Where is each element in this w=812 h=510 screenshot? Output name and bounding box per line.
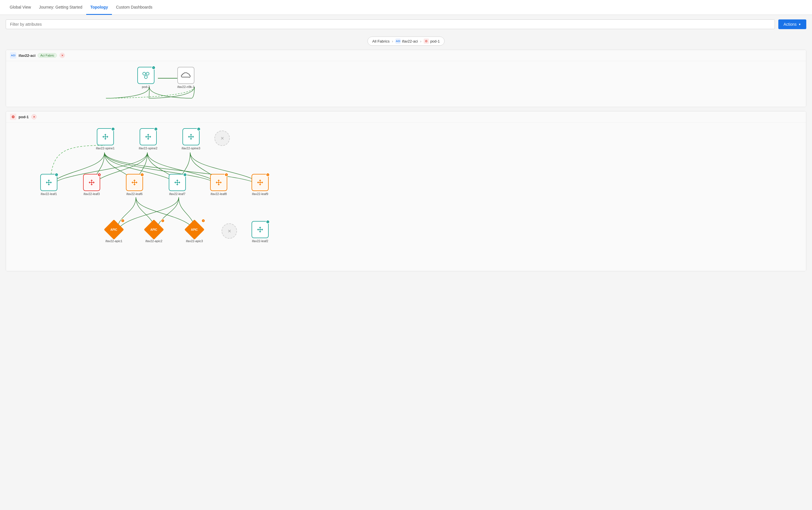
- leaf6-box[interactable]: !: [126, 174, 143, 191]
- apic2-box[interactable]: ! APIC: [145, 221, 163, 238]
- n9k1-cloud-icon: [181, 72, 191, 79]
- filter-input[interactable]: [6, 20, 775, 29]
- spine3-box[interactable]: ~: [182, 128, 200, 145]
- svg-marker-17: [147, 139, 149, 140]
- node-spine1[interactable]: ~ ifav22-spine1: [96, 128, 115, 150]
- leaf3-status: ✕: [97, 173, 102, 177]
- svg-point-3: [144, 76, 147, 79]
- svg-marker-42: [133, 180, 136, 181]
- apic1-label: ifav22-apic1: [105, 239, 122, 243]
- leaf9-box[interactable]: !: [252, 174, 269, 191]
- leaf1-box[interactable]: ~: [40, 174, 57, 191]
- svg-marker-33: [89, 181, 90, 183]
- svg-marker-51: [216, 181, 217, 183]
- x2-box[interactable]: ✕: [222, 223, 237, 239]
- breadcrumb-all-fabrics-label: All Fabrics: [372, 39, 390, 44]
- leaf1-status: ~: [55, 173, 59, 177]
- pod-close-button[interactable]: ✕: [31, 114, 36, 119]
- breadcrumb-fabric[interactable]: ACI ifav22-aci: [396, 38, 418, 44]
- pod2-box[interactable]: ~: [137, 67, 154, 84]
- leaf2-box[interactable]: ~: [252, 221, 269, 238]
- leaf1-label: ifav22-leaf1: [41, 192, 57, 196]
- apic3-diamond: APIC: [184, 220, 205, 240]
- breadcrumb: All Fabrics › ACI ifav22-aci › ⚙ pod-1: [368, 36, 444, 46]
- pod-name: pod-1: [19, 115, 29, 119]
- apic3-text: APIC: [191, 228, 198, 231]
- svg-marker-30: [48, 180, 50, 181]
- node-apic2[interactable]: ! APIC ifav22-apic2: [145, 221, 163, 243]
- leaf7-icon: [173, 178, 181, 187]
- spine3-icon: [187, 133, 195, 141]
- pod-section-header: ⚙ pod-1 ✕: [6, 111, 806, 122]
- svg-marker-11: [104, 139, 107, 140]
- nav-journey[interactable]: Journey: Getting Started: [35, 0, 86, 15]
- node-leaf9[interactable]: ! ifav22-leaf9: [252, 174, 269, 196]
- spine2-status: ~: [154, 127, 158, 131]
- pod-topology-canvas: ~ ifav22-spine1 ~: [6, 122, 806, 271]
- spine2-box[interactable]: ~: [140, 128, 157, 145]
- x1-box[interactable]: ✕: [214, 131, 230, 146]
- svg-marker-29: [48, 184, 50, 185]
- main-content: ACI ifav22-aci Aci Fabric ✕ ~: [0, 50, 812, 281]
- leaf8-icon: [215, 178, 223, 187]
- node-pod2[interactable]: ~ pod-2: [137, 67, 154, 88]
- node-x1[interactable]: ✕: [214, 131, 230, 146]
- apic2-diamond: APIC: [144, 220, 164, 240]
- spine1-box[interactable]: ~: [97, 128, 114, 145]
- nav-topology[interactable]: Topology: [86, 0, 112, 15]
- svg-marker-27: [46, 181, 47, 183]
- leaf7-box[interactable]: ~: [169, 174, 186, 191]
- node-leaf7[interactable]: ~ ifav22-leaf7: [169, 174, 186, 196]
- svg-marker-44: [179, 181, 180, 183]
- svg-marker-53: [218, 184, 220, 185]
- nav-global-view[interactable]: Global View: [6, 0, 35, 15]
- nav-custom-dashboards[interactable]: Custom Dashboards: [112, 0, 156, 15]
- svg-marker-47: [176, 184, 178, 185]
- spine2-label: ifav22-spine2: [139, 146, 157, 150]
- svg-marker-62: [262, 228, 263, 231]
- leaf8-box[interactable]: !: [210, 174, 227, 191]
- node-spine3[interactable]: ~ ifav22-spine3: [181, 128, 200, 150]
- node-leaf2[interactable]: ~ ifav22-leaf2: [252, 221, 269, 243]
- node-apic3[interactable]: ! APIC ifav22-apic3: [186, 221, 203, 243]
- leaf6-icon: [130, 178, 139, 187]
- svg-marker-48: [176, 180, 178, 181]
- fabric-section-header: ACI ifav22-aci Aci Fabric ✕: [6, 50, 806, 61]
- actions-button[interactable]: Actions ▼: [778, 20, 806, 29]
- svg-marker-63: [257, 228, 258, 231]
- spine1-icon: [102, 133, 109, 141]
- svg-marker-12: [104, 134, 107, 135]
- svg-marker-60: [259, 180, 261, 181]
- apic3-box[interactable]: ! APIC: [186, 221, 203, 238]
- node-leaf6[interactable]: ! ifav22-leaf6: [126, 174, 143, 196]
- node-n9k1[interactable]: ifav22-n9k-1: [177, 67, 195, 88]
- leaf6-status: !: [140, 173, 144, 177]
- fabric-close-button[interactable]: ✕: [60, 53, 65, 58]
- fabric-topology-canvas: ~ pod-2: [6, 61, 806, 107]
- node-x2[interactable]: ✕: [222, 223, 237, 239]
- svg-marker-8: [107, 136, 108, 138]
- leaf1-icon: [45, 178, 53, 187]
- apic1-box[interactable]: ! APIC: [105, 221, 122, 238]
- svg-marker-23: [190, 139, 192, 140]
- breadcrumb-all-fabrics[interactable]: All Fabrics: [372, 39, 390, 44]
- leaf9-status: !: [266, 173, 270, 177]
- svg-marker-41: [133, 184, 136, 185]
- node-apic1[interactable]: ! APIC ifav22-apic1: [105, 221, 122, 243]
- leaf9-icon: [256, 178, 264, 187]
- breadcrumb-pod[interactable]: ⚙ pod-1: [424, 38, 440, 44]
- apic3-label: ifav22-apic3: [186, 239, 203, 243]
- spine2-icon: [144, 133, 152, 141]
- leaf3-box[interactable]: ✕: [83, 174, 100, 191]
- breadcrumb-sep-2: ›: [420, 39, 422, 44]
- breadcrumb-pod-label: pod-1: [430, 39, 440, 44]
- node-leaf8[interactable]: ! ifav22-leaf8: [210, 174, 227, 196]
- leaf3-icon: [88, 178, 96, 187]
- n9k1-box[interactable]: [177, 67, 195, 84]
- leaf8-label: ifav22-leaf8: [211, 192, 227, 196]
- svg-marker-26: [51, 181, 52, 183]
- node-spine2[interactable]: ~ ifav22-spine2: [139, 128, 157, 150]
- node-leaf3[interactable]: ✕ ifav22-leaf3: [83, 174, 100, 196]
- fabric-section: ACI ifav22-aci Aci Fabric ✕ ~: [6, 50, 806, 107]
- node-leaf1[interactable]: ~ ifav22-leaf1: [40, 174, 57, 196]
